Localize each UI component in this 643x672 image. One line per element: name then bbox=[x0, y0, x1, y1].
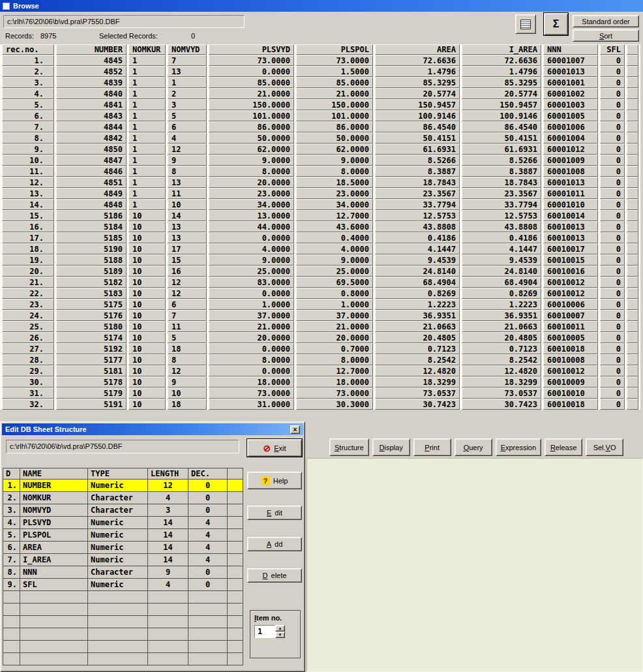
structure-row[interactable]: 6. AREA Numeric 14 4 bbox=[3, 542, 243, 554]
standard-order-button[interactable]: Standard order bbox=[573, 15, 639, 27]
cell-number: 5184 bbox=[56, 221, 127, 232]
structure-row[interactable]: 3. NOMVYD Character 3 0 bbox=[3, 504, 243, 517]
spin-up-icon[interactable]: ▲ bbox=[275, 625, 285, 632]
table-row[interactable]: 14. 4848 1 10 34.0000 34.0000 33.7794 33… bbox=[2, 199, 638, 210]
table-row[interactable]: 19. 5188 10 15 9.0000 9.0000 9.4539 9.45… bbox=[2, 254, 638, 266]
empty-row bbox=[3, 616, 243, 628]
spin-down-icon[interactable]: ▼ bbox=[275, 632, 285, 638]
structure-row[interactable]: 8. NNN Character 9 0 bbox=[3, 566, 243, 579]
expression-button[interactable]: Expression bbox=[496, 438, 541, 456]
cell-plsvyd: 86.0000 bbox=[209, 121, 294, 132]
table-row[interactable]: 13. 4849 1 11 23.0000 23.0000 23.3567 23… bbox=[2, 188, 638, 199]
empty-row bbox=[3, 591, 243, 603]
table-row[interactable]: 12. 4851 1 13 20.0000 18.5000 18.7843 18… bbox=[2, 177, 638, 188]
cell-plsvyd: 4.0000 bbox=[209, 243, 294, 254]
structure-row[interactable]: 5. PLSPOL Numeric 14 4 bbox=[3, 529, 243, 542]
structure-row[interactable]: 9. SFL Numeric 4 0 bbox=[3, 579, 243, 591]
edit-button[interactable]: Edit bbox=[247, 506, 302, 520]
cell-nnn: 60001012 bbox=[543, 144, 598, 155]
table-row[interactable]: 6. 4843 1 5 101.0000 101.0000 100.9146 1… bbox=[2, 110, 638, 121]
table-row[interactable]: 16. 5184 10 13 44.0000 43.6000 43.8808 4… bbox=[2, 221, 638, 232]
table-row[interactable]: 17. 5185 10 13 0.0000 0.4000 0.4186 0.41… bbox=[2, 232, 638, 243]
item-no-spinner: ▲ ▼ bbox=[254, 625, 296, 638]
cell-spare bbox=[627, 266, 638, 277]
structure-button[interactable]: Structure bbox=[329, 438, 369, 456]
display-button[interactable]: Display bbox=[372, 438, 410, 456]
cell-nnn: 60010018 bbox=[543, 343, 598, 354]
cell-recno: 17. bbox=[2, 232, 54, 243]
close-icon[interactable]: × bbox=[290, 425, 300, 434]
cell-plspol: 1.0000 bbox=[296, 299, 373, 310]
table-row[interactable]: 24. 5176 10 7 37.0000 37.0000 36.9351 36… bbox=[2, 310, 638, 321]
sort-button[interactable]: Sort bbox=[573, 29, 639, 42]
cell-spare bbox=[627, 321, 638, 332]
table-row[interactable]: 29. 5181 10 12 0.0000 12.7000 12.4820 12… bbox=[2, 365, 638, 376]
add-button[interactable]: Add bbox=[247, 537, 302, 551]
cell-type: Character bbox=[88, 566, 148, 579]
edit-structure-dialog: Edit DB Sheet Structure × c:\rlh\76\20\0… bbox=[0, 421, 305, 672]
notes-button[interactable] bbox=[515, 14, 536, 34]
cell-nomvyd: 9 bbox=[168, 376, 207, 388]
table-row[interactable]: 21. 5182 10 12 83.0000 69.5000 68.4904 6… bbox=[2, 277, 638, 288]
table-row[interactable]: 23. 5175 10 6 1.0000 1.0000 1.2223 1.222… bbox=[2, 299, 638, 310]
col-name: NAME bbox=[20, 468, 88, 480]
col-plsvyd: PLSVYD bbox=[209, 44, 294, 55]
help-button[interactable]: ? Help bbox=[247, 472, 302, 489]
release-button[interactable]: Release bbox=[545, 438, 582, 456]
table-row[interactable]: 1. 4845 1 7 73.0000 73.0000 72.6636 72.6… bbox=[2, 55, 638, 66]
table-row[interactable]: 2. 4852 1 13 0.0000 1.5000 1.4796 1.4796… bbox=[2, 66, 638, 77]
cell-area: 61.6931 bbox=[375, 144, 460, 155]
cell-area: 20.4805 bbox=[375, 332, 460, 343]
structure-row[interactable]: 4. PLSVYD Numeric 14 4 bbox=[3, 517, 243, 529]
cell-recno: 30. bbox=[2, 376, 54, 388]
cell-nomkur: 10 bbox=[128, 277, 166, 288]
empty-row bbox=[3, 641, 243, 653]
table-row[interactable]: 8. 4842 1 4 50.0000 50.0000 50.4151 50.4… bbox=[2, 132, 638, 144]
structure-row[interactable]: 7. I_AREA Numeric 14 4 bbox=[3, 554, 243, 566]
cell-i-area: 1.4796 bbox=[462, 66, 541, 77]
table-row[interactable]: 7. 4844 1 6 86.0000 86.0000 86.4540 86.4… bbox=[2, 121, 638, 132]
cell-nomkur: 1 bbox=[128, 199, 166, 210]
cell-spare bbox=[627, 399, 638, 410]
cell-sfl: 0 bbox=[600, 221, 625, 232]
cell-plspol: 12.7000 bbox=[296, 210, 373, 221]
table-row[interactable]: 5. 4841 1 3 150.0000 150.0000 150.9457 1… bbox=[2, 99, 638, 110]
cell-area: 85.3295 bbox=[375, 77, 460, 88]
cell-nomvyd: 6 bbox=[168, 121, 207, 132]
table-row[interactable]: 30. 5178 10 9 18.0000 18.0000 18.3299 18… bbox=[2, 376, 638, 388]
cell-length: 9 bbox=[148, 566, 188, 579]
table-row[interactable]: 10. 4847 1 9 9.0000 9.0000 8.5266 8.5266… bbox=[2, 155, 638, 166]
table-row[interactable]: 15. 5186 10 14 13.0000 12.7000 12.5753 1… bbox=[2, 210, 638, 221]
cell-dec: 0 bbox=[188, 480, 228, 492]
table-row[interactable]: 27. 5192 10 18 0.0000 0.7000 0.7123 0.71… bbox=[2, 343, 638, 354]
table-row[interactable]: 25. 5180 10 11 21.0000 21.0000 21.0663 2… bbox=[2, 321, 638, 332]
sel-vo-button[interactable]: Sel. VO bbox=[586, 438, 623, 456]
table-row[interactable]: 3. 4839 1 1 85.0000 85.0000 85.3295 85.3… bbox=[2, 77, 638, 88]
table-row[interactable]: 20. 5189 10 16 25.0000 25.0000 24.8140 2… bbox=[2, 266, 638, 277]
table-row[interactable]: 4. 4840 1 2 21.0000 21.0000 20.5774 20.5… bbox=[2, 88, 638, 99]
cell-nnn: 60001007 bbox=[543, 55, 598, 66]
sum-button[interactable]: Σ bbox=[544, 13, 568, 35]
structure-row[interactable]: 1. NUMBER Numeric 12 0 bbox=[3, 480, 243, 492]
table-row[interactable]: 31. 5179 10 10 73.0000 73.0000 73.0537 7… bbox=[2, 388, 638, 399]
structure-row[interactable]: 2. NOMKUR Character 4 0 bbox=[3, 492, 243, 504]
table-row[interactable]: 26. 5174 10 5 20.0000 20.0000 20.4805 20… bbox=[2, 332, 638, 343]
exit-button[interactable]: ⊘ Exit bbox=[247, 439, 302, 457]
cell-plspol: 18.5000 bbox=[296, 177, 373, 188]
item-no-input[interactable] bbox=[254, 625, 275, 638]
query-button[interactable]: Query bbox=[455, 438, 492, 456]
table-row[interactable]: 22. 5183 10 12 0.0000 0.8000 0.8269 0.82… bbox=[2, 288, 638, 299]
print-button[interactable]: Print bbox=[413, 438, 451, 456]
delete-button[interactable]: Delete bbox=[247, 568, 302, 583]
table-row[interactable]: 18. 5190 10 17 4.0000 4.0000 4.1447 4.14… bbox=[2, 243, 638, 254]
cell-recno: 27. bbox=[2, 343, 54, 354]
table-row[interactable]: 11. 4846 1 8 8.0000 8.0000 8.3887 8.3887… bbox=[2, 166, 638, 177]
cell-nomkur: 10 bbox=[128, 232, 166, 243]
cell-spare bbox=[228, 504, 243, 517]
table-row[interactable]: 28. 5177 10 8 8.0000 8.0000 8.2542 8.254… bbox=[2, 354, 638, 365]
cell-nomvyd: 15 bbox=[168, 254, 207, 266]
cell-spare bbox=[627, 99, 638, 110]
table-row[interactable]: 32. 5191 10 18 31.0000 30.3000 30.7423 3… bbox=[2, 399, 638, 410]
no-entry-icon: ⊘ bbox=[263, 444, 271, 453]
table-row[interactable]: 9. 4850 1 12 62.0000 62.0000 61.6931 61.… bbox=[2, 144, 638, 155]
